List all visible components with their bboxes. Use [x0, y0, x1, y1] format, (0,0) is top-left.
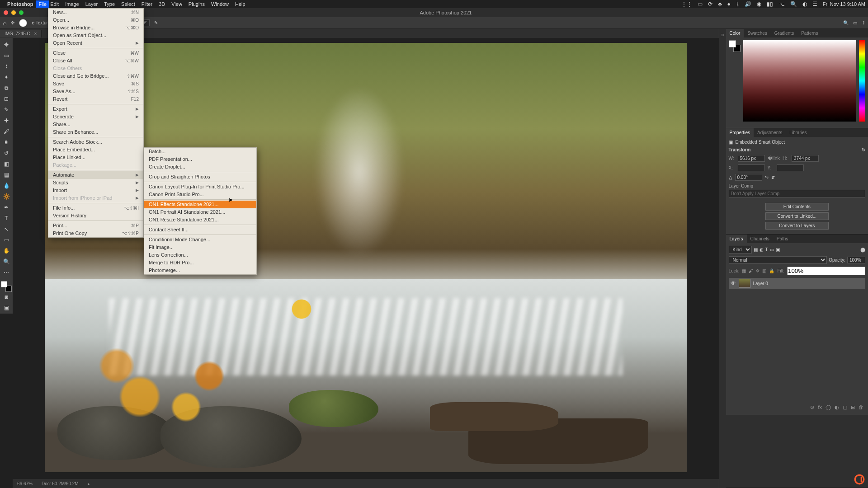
- mi-crop-straighten[interactable]: Crop and Straighten Photos: [144, 173, 256, 181]
- edit-toolbar-icon[interactable]: ⋯: [1, 267, 11, 277]
- lock-trans-icon[interactable]: ▦: [742, 268, 746, 273]
- menu-select[interactable]: Select: [121, 1, 135, 7]
- type-tool-icon[interactable]: T: [1, 213, 11, 223]
- color-fgbg-swatch[interactable]: [729, 40, 741, 52]
- mi-file-info[interactable]: File Info...⌥⇧⌘I: [48, 204, 143, 212]
- mi-scripts[interactable]: Scripts▶: [48, 179, 143, 187]
- status-bluetooth-icon[interactable]: ᛒ: [736, 1, 739, 7]
- menu-view[interactable]: View: [171, 1, 182, 7]
- mi-open-smart[interactable]: Open as Smart Object...: [48, 32, 143, 39]
- filter-shape-icon[interactable]: ▭: [770, 247, 774, 252]
- status-zoom[interactable]: 66.67%: [17, 481, 33, 486]
- wand-tool-icon[interactable]: ✦: [1, 72, 11, 82]
- move-tool-icon[interactable]: ✥: [1, 40, 11, 50]
- mi-canon-layout[interactable]: Canon Layout Plug-In for Print Studio Pr…: [144, 183, 256, 191]
- status-notif-icon[interactable]: ☰: [812, 1, 817, 7]
- color-field[interactable]: [743, 40, 856, 122]
- frame-tool-icon[interactable]: ⊡: [1, 94, 11, 104]
- mi-open-recent[interactable]: Open Recent▶: [48, 39, 143, 47]
- status-control-icon[interactable]: ⌥: [778, 1, 785, 7]
- workspace-icon[interactable]: ▭: [853, 20, 857, 25]
- mi-fit-image[interactable]: Fit Image...: [144, 244, 256, 251]
- mi-canon-print[interactable]: Canon Print Studio Pro...: [144, 191, 256, 198]
- gradient-tool-icon[interactable]: ▤: [1, 170, 11, 180]
- mi-version-history[interactable]: Version History: [48, 212, 143, 220]
- tab-gradients[interactable]: Gradients: [771, 29, 797, 38]
- home-icon[interactable]: ⌂: [3, 19, 6, 27]
- status-doc[interactable]: Doc: 60.2M/60.2M: [42, 481, 79, 486]
- mi-conditional-mode[interactable]: Conditional Mode Change...: [144, 236, 256, 244]
- mi-automate[interactable]: Automate▶: [48, 171, 143, 179]
- mi-print[interactable]: Print...⌘P: [48, 222, 143, 230]
- filter-smart-icon[interactable]: ▣: [776, 247, 780, 252]
- link-layers-icon[interactable]: ⊘: [810, 404, 814, 410]
- lock-pos-icon[interactable]: ✥: [756, 268, 760, 273]
- reset-icon[interactable]: ↻: [862, 147, 865, 152]
- fill-field[interactable]: [787, 267, 865, 275]
- delete-layer-icon[interactable]: 🗑: [859, 404, 863, 410]
- group-icon[interactable]: ▢: [843, 404, 847, 410]
- menu-type[interactable]: Type: [104, 1, 115, 7]
- status-dropbox-icon[interactable]: ⬘: [718, 1, 722, 7]
- stamp-tool-icon[interactable]: ⧯: [1, 137, 11, 147]
- status-signal-icon[interactable]: ⋮⋮: [681, 1, 692, 7]
- lasso-tool-icon[interactable]: ⌇: [1, 61, 11, 71]
- menu-image[interactable]: Image: [65, 1, 79, 7]
- flip-v-icon[interactable]: ⇵: [771, 175, 775, 180]
- mi-revert[interactable]: RevertF12: [48, 95, 143, 103]
- mi-pdf-presentation[interactable]: PDF Presentation...: [144, 155, 256, 163]
- brush-preview-icon[interactable]: [19, 19, 27, 27]
- document-tab[interactable]: IMG_7245.C ×: [0, 30, 42, 38]
- filter-type-icon[interactable]: T: [765, 247, 768, 252]
- layer-row[interactable]: 👁 Layer 0: [729, 278, 865, 289]
- hand-tool-icon[interactable]: ✋: [1, 246, 11, 256]
- tab-paths[interactable]: Paths: [773, 235, 792, 243]
- fg-bg-swatch[interactable]: [1, 281, 12, 292]
- lock-nest-icon[interactable]: ▥: [762, 268, 766, 273]
- mi-import[interactable]: Import▶: [48, 187, 143, 194]
- pressure-icon[interactable]: ✎: [154, 20, 158, 25]
- filter-adjust-icon[interactable]: ◐: [760, 247, 764, 252]
- mi-print-one[interactable]: Print One Copy⌥⇧⌘P: [48, 230, 143, 237]
- mi-on1-portrait[interactable]: ON1 Portrait AI Standalone 2021...: [144, 208, 256, 216]
- tab-patterns[interactable]: Patterns: [797, 29, 821, 38]
- prop-h-field[interactable]: [792, 155, 819, 162]
- mi-behance[interactable]: Share on Behance...: [48, 128, 143, 136]
- mi-save[interactable]: Save⌘S: [48, 80, 143, 88]
- lock-all-icon[interactable]: 🔒: [769, 268, 774, 273]
- mi-create-droplet[interactable]: Create Droplet...: [144, 163, 256, 171]
- share-icon[interactable]: ⇪: [862, 20, 865, 25]
- status-sync-icon[interactable]: ⟳: [708, 1, 712, 7]
- mi-search-stock[interactable]: Search Adobe Stock...: [48, 138, 143, 146]
- zoom-tool-icon[interactable]: 🔍: [1, 257, 11, 267]
- status-display-icon[interactable]: ▭: [698, 1, 703, 7]
- quickmask-icon[interactable]: ◙: [1, 292, 11, 302]
- pen-tool-icon[interactable]: ✒: [1, 202, 11, 212]
- menu-help[interactable]: Help: [235, 1, 245, 7]
- mi-browse[interactable]: Browse in Bridge...⌥⌘O: [48, 24, 143, 32]
- lock-paint-icon[interactable]: 🖌: [749, 268, 753, 273]
- mi-batch[interactable]: Batch...: [144, 148, 256, 155]
- mi-save-as[interactable]: Save As...⇧⌘S: [48, 88, 143, 95]
- zoom-window-icon[interactable]: [19, 10, 24, 15]
- collapsed-dock[interactable]: »: [719, 29, 726, 488]
- mi-share[interactable]: Share...: [48, 121, 143, 128]
- link-wh-icon[interactable]: �link: [768, 155, 780, 161]
- eyedropper-tool-icon[interactable]: ✎: [1, 105, 11, 115]
- fx-icon[interactable]: fx: [818, 404, 822, 410]
- mi-close[interactable]: Close⌘W: [48, 49, 143, 57]
- close-tab-icon[interactable]: ×: [34, 31, 37, 36]
- mi-close-all[interactable]: Close All⌥⌘W: [48, 57, 143, 65]
- menu-window[interactable]: Window: [211, 1, 229, 7]
- layer-filter-kind[interactable]: Kind: [729, 246, 752, 253]
- app-name[interactable]: Photoshop: [7, 1, 33, 7]
- mi-on1-effects[interactable]: ON1 Effects Standalone 2021...: [144, 201, 256, 208]
- tool-preset-icon[interactable]: ✜: [11, 20, 14, 25]
- mask-icon[interactable]: ◯: [826, 404, 831, 410]
- mi-open[interactable]: Open...⌘O: [48, 16, 143, 24]
- status-arrow-icon[interactable]: ▸: [88, 481, 90, 486]
- dodge-tool-icon[interactable]: 🔆: [1, 192, 11, 202]
- tab-adjustments[interactable]: Adjustments: [754, 128, 786, 137]
- eraser-tool-icon[interactable]: ◧: [1, 159, 11, 169]
- flip-h-icon[interactable]: ⇋: [765, 175, 769, 180]
